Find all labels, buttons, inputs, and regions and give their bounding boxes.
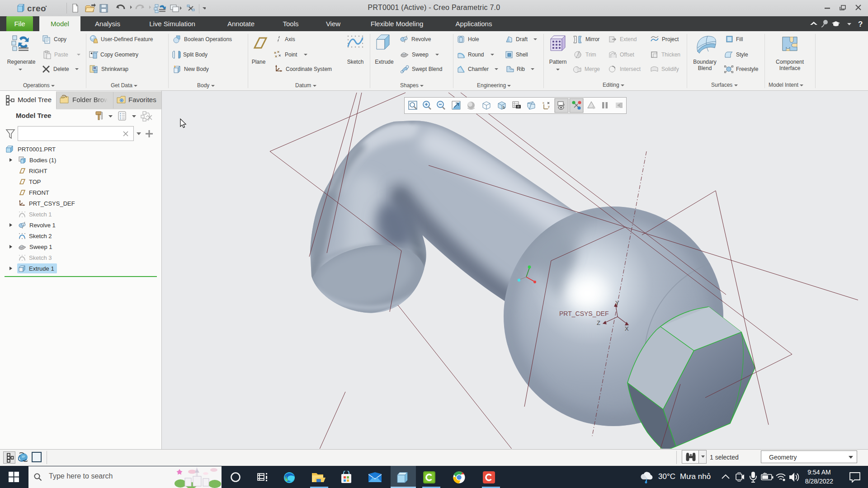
svg-text:?: ? xyxy=(858,20,863,28)
svg-text:Y: Y xyxy=(615,300,619,306)
svg-text:X: X xyxy=(625,325,629,332)
svg-text:creo: creo xyxy=(27,4,46,13)
svg-text:y: y xyxy=(548,104,550,108)
svg-text:×: × xyxy=(275,54,277,59)
svg-text:b: b xyxy=(503,105,505,110)
svg-text:x: x xyxy=(542,101,544,105)
svg-text:Z: Z xyxy=(597,319,600,326)
svg-text:PRT_CSYS_DEF: PRT_CSYS_DEF xyxy=(559,310,609,317)
svg-text:×: × xyxy=(278,53,281,58)
